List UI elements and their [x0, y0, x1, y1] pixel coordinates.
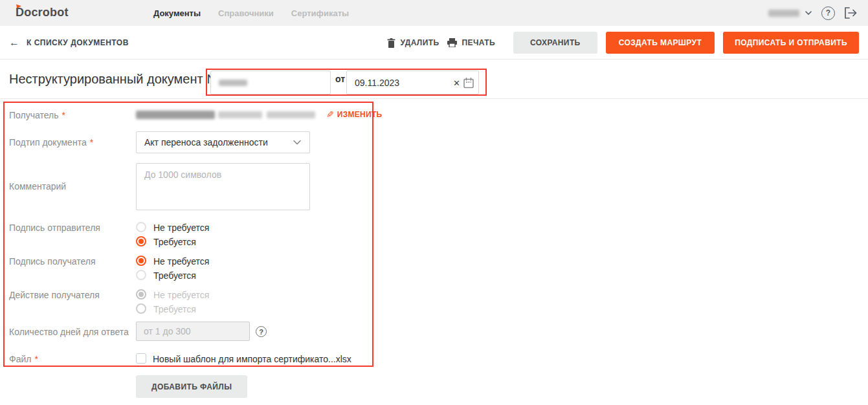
days-for-reply-input	[136, 322, 250, 341]
tab-directories[interactable]: Справочники	[218, 8, 274, 18]
main-nav: Документы Справочники Сертификаты	[153, 0, 349, 26]
subtype-label: Подтип документа*	[9, 137, 93, 148]
recipient-sig-not-required-option[interactable]: Не требуется	[153, 256, 209, 267]
printer-icon	[447, 38, 457, 47]
recipient-sig-required-radio[interactable]	[136, 270, 146, 280]
sender-sig-required-radio[interactable]	[136, 236, 146, 246]
back-to-documents-link[interactable]: ← К СПИСКУ ДОКУМЕНТОВ	[9, 26, 129, 60]
recipient-action-label: Действие получателя	[9, 290, 100, 300]
clear-date-icon[interactable]: ✕	[453, 78, 460, 87]
redacted-recipient-id	[267, 111, 315, 118]
redacted-username	[768, 10, 799, 17]
required-asterisk: *	[90, 137, 93, 148]
comment-label: Комментарий	[9, 181, 66, 192]
toolbar-actions: УДАЛИТЬ ПЕЧАТЬ СОХРАНИТЬ СОЗДАТЬ МАРШРУТ…	[387, 26, 859, 60]
file-label: Файл*	[9, 354, 38, 364]
print-button[interactable]: ПЕЧАТЬ	[447, 38, 495, 47]
docrobot-logo: Docrobot	[16, 6, 69, 19]
user-menu[interactable]	[768, 10, 812, 17]
comment-textarea[interactable]	[136, 163, 310, 210]
file-name: Новый шаблон для импорта сертификато...x…	[153, 354, 351, 364]
recipient-signature-label: Подпись получателя	[9, 256, 96, 267]
recipient-action-required-radio	[136, 303, 146, 314]
redacted-recipient-country	[218, 111, 262, 118]
header-right: ?	[768, 0, 858, 26]
recipient-action-required-option: Требуется	[153, 304, 196, 314]
days-help-icon[interactable]: ?	[256, 326, 267, 337]
tab-documents[interactable]: Документы	[153, 8, 201, 18]
recipient-action-not-required-radio	[136, 289, 146, 300]
sender-sig-not-required-option[interactable]: Не требуется	[153, 223, 209, 233]
recipient-action-not-required-option: Не требуется	[153, 290, 209, 300]
trash-icon	[387, 38, 395, 48]
pencil-icon: ✎	[326, 109, 334, 120]
add-files-button[interactable]: ДОБАВИТЬ ФАЙЛЫ	[136, 375, 247, 398]
tab-certificates[interactable]: Сертификаты	[291, 8, 349, 18]
calendar-icon[interactable]	[463, 77, 474, 88]
from-label: от	[335, 74, 345, 84]
file-checkbox[interactable]	[136, 353, 146, 364]
sign-and-send-button[interactable]: ПОДПИСАТЬ И ОТПРАВИТЬ	[723, 32, 859, 54]
create-route-button[interactable]: СОЗДАТЬ МАРШРУТ	[606, 32, 715, 54]
subtype-select[interactable]: Акт переноса задолженности	[136, 131, 310, 153]
document-form: Получатель* ✎ ИЗМЕНИТЬ Подтип документа*…	[0, 99, 868, 405]
doc-number-input[interactable]	[210, 71, 331, 94]
subtype-selected-value: Акт переноса задолженности	[144, 137, 268, 148]
required-asterisk: *	[62, 110, 65, 120]
logo-text: Docrobot	[16, 6, 69, 19]
sender-sig-not-required-radio[interactable]	[136, 222, 146, 232]
change-recipient-button[interactable]: ✎ ИЗМЕНИТЬ	[326, 109, 383, 120]
docrobot-page: Docrobot Документы Справочники Сертифика…	[0, 0, 868, 405]
app-header: Docrobot Документы Справочники Сертифика…	[0, 0, 868, 26]
page-title: Неструктурированный документ №	[9, 72, 221, 87]
back-arrow-icon: ←	[9, 37, 19, 49]
sender-sig-required-option[interactable]: Требуется	[153, 237, 196, 247]
logout-icon[interactable]	[845, 7, 858, 19]
save-button[interactable]: СОХРАНИТЬ	[513, 32, 597, 54]
recipient-sig-not-required-radio[interactable]	[136, 256, 146, 266]
document-titlebar: Неструктурированный документ № от 09.11.…	[0, 60, 868, 99]
delete-button[interactable]: УДАЛИТЬ	[387, 38, 439, 48]
days-for-reply-label: Количество дней для ответа	[9, 327, 129, 337]
chevron-down-icon	[293, 140, 301, 145]
recipient-label: Получатель*	[9, 110, 65, 120]
recipient-sig-required-option[interactable]: Требуется	[153, 270, 196, 281]
doc-date-value: 09.11.2023	[355, 78, 399, 88]
redacted-recipient-name	[136, 111, 215, 119]
sender-signature-label: Подпись отправителя	[9, 223, 100, 233]
required-asterisk: *	[34, 354, 38, 364]
redacted-doc-number	[219, 80, 247, 86]
doc-date-input[interactable]: 09.11.2023 ✕	[346, 71, 479, 94]
chevron-down-icon	[805, 11, 812, 15]
document-toolbar: ← К СПИСКУ ДОКУМЕНТОВ УДАЛИТЬ ПЕЧАТЬ СОХ…	[0, 26, 868, 60]
help-icon[interactable]: ?	[821, 6, 835, 20]
